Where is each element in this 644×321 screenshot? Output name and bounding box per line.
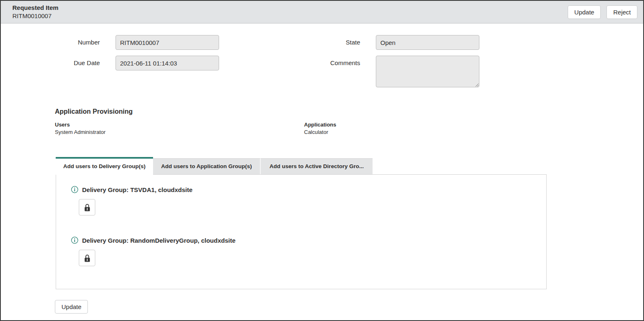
tab-bar: Add users to Delivery Group(s) Add users… <box>56 157 643 174</box>
number-label: Number <box>1 35 100 50</box>
users-value: System Administrator <box>55 128 304 136</box>
header-titles: Requested Item RITM0010007 <box>12 4 59 20</box>
applications-label: Applications <box>304 121 336 128</box>
reject-button[interactable]: Reject <box>606 5 637 19</box>
lock-button[interactable] <box>79 250 95 266</box>
delivery-group-title: Delivery Group: TSVDA1, cloudxdsite <box>82 186 193 193</box>
form-row-2: Due Date Comments <box>1 56 643 87</box>
users-column: Users System Administrator <box>55 121 304 136</box>
delivery-group-item-1: Delivery Group: TSVDA1, cloudxdsite <box>71 186 546 216</box>
update-button-header[interactable]: Update <box>568 5 601 19</box>
form-row-1: Number State <box>1 35 643 50</box>
applications-column: Applications Calculator <box>304 121 336 136</box>
record-number: RITM0010007 <box>12 12 59 20</box>
applications-value: Calculator <box>304 128 336 136</box>
tab-active-directory-groups[interactable]: Add users to Active Directory Gro... <box>261 158 373 174</box>
delivery-group-title: Delivery Group: RandomDeliveryGroup, clo… <box>82 237 236 244</box>
page-title: Requested Item <box>12 4 59 12</box>
update-button-footer[interactable]: Update <box>55 300 88 314</box>
lock-icon <box>83 254 91 262</box>
form-header: Requested Item RITM0010007 Update Reject <box>1 1 643 23</box>
group-title-row: Delivery Group: TSVDA1, cloudxdsite <box>71 186 546 193</box>
state-label: State <box>219 35 360 50</box>
delivery-groups-panel: Delivery Group: TSVDA1, cloudxdsite <box>56 174 547 289</box>
application-provisioning-section: Application Provisioning Users System Ad… <box>55 108 643 136</box>
tab-delivery-groups[interactable]: Add users to Delivery Group(s) <box>56 157 153 175</box>
comments-field[interactable] <box>376 56 479 87</box>
section-title: Application Provisioning <box>55 108 643 115</box>
comments-label: Comments <box>219 56 360 70</box>
section-columns: Users System Administrator Applications … <box>55 121 643 136</box>
footer-actions: Update <box>55 300 643 314</box>
group-title-row: Delivery Group: RandomDeliveryGroup, clo… <box>71 237 546 244</box>
state-field[interactable] <box>376 35 479 50</box>
lock-button[interactable] <box>79 199 95 216</box>
delivery-group-item-2: Delivery Group: RandomDeliveryGroup, clo… <box>71 237 546 266</box>
header-actions: Update Reject <box>568 5 637 19</box>
info-icon <box>71 237 78 244</box>
form-fields: Number State Due Date Comments <box>1 35 643 87</box>
due-date-field[interactable] <box>116 56 219 70</box>
tab-application-groups[interactable]: Add users to Application Group(s) <box>153 158 261 174</box>
users-label: Users <box>55 121 304 128</box>
number-field[interactable] <box>116 35 219 50</box>
info-icon <box>71 186 78 193</box>
requested-item-form: Requested Item RITM0010007 Update Reject… <box>0 0 644 321</box>
due-date-label: Due Date <box>1 56 100 70</box>
lock-icon <box>83 203 91 212</box>
